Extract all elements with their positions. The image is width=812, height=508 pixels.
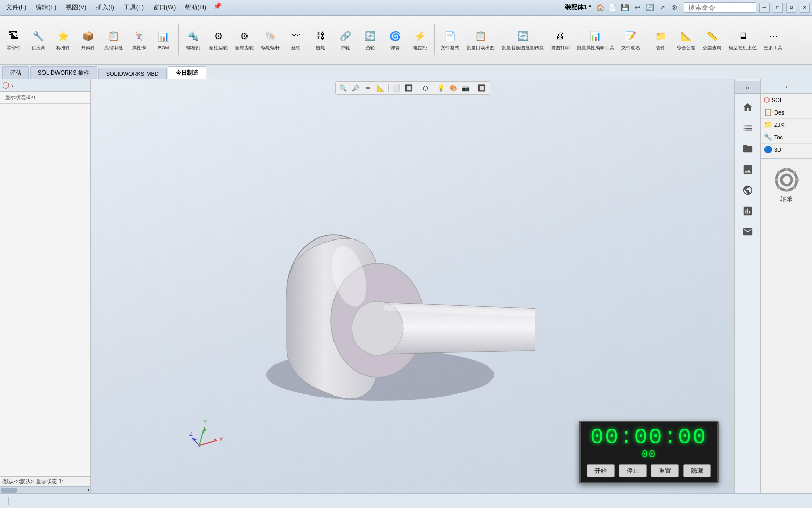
des-icon: 📋 bbox=[764, 108, 772, 116]
tab-mbd[interactable]: SOLIDWORKS MBD bbox=[98, 68, 167, 79]
tolerance-icon: 📐 bbox=[679, 29, 693, 44]
tb-batch-replace[interactable]: 🔄 批量替换图批量转换 bbox=[499, 27, 546, 53]
svg-point-3 bbox=[785, 189, 788, 192]
color-label: 模型随机上色 bbox=[729, 45, 757, 51]
tb-supplier[interactable]: 🔧 供应商 bbox=[27, 27, 50, 53]
far-right-item-zjk[interactable]: 📁 ZJK bbox=[761, 119, 812, 131]
right-panel-collapse[interactable]: ‹‹ bbox=[735, 81, 760, 94]
tb-batch-props[interactable]: 📊 批量属性编辑工具 bbox=[574, 27, 617, 53]
quick-options[interactable]: ⚙ bbox=[669, 2, 680, 13]
scroll-thumb[interactable] bbox=[1, 488, 17, 493]
tb-belt[interactable]: 🔗 带轮 bbox=[334, 27, 357, 53]
print-icon: 🖨 bbox=[553, 29, 568, 44]
vp-zoom-fit-icon[interactable]: 🔎 bbox=[350, 83, 361, 93]
tb-components[interactable]: 🏗 零部件 bbox=[2, 27, 25, 53]
timer-stop-button[interactable]: 停止 bbox=[619, 464, 647, 477]
vp-measure-icon[interactable]: 📐 bbox=[375, 83, 386, 93]
svg-point-8 bbox=[793, 171, 796, 174]
vp-display-icon[interactable]: ⬜ bbox=[391, 83, 402, 93]
close-button[interactable]: ✕ bbox=[800, 3, 810, 13]
vp-light-icon[interactable]: 💡 bbox=[436, 83, 447, 93]
expand-panel-button[interactable]: › bbox=[88, 487, 89, 493]
tb-spring[interactable]: 🌀 弹簧 bbox=[384, 27, 407, 53]
tb-more[interactable]: ⋯ 更多工具 bbox=[761, 27, 785, 53]
search-input[interactable] bbox=[684, 2, 756, 13]
tb-spur-gear[interactable]: ⚙ 圆柱齿轮 bbox=[207, 27, 230, 53]
tb-tolerance[interactable]: 📐 综合公差 bbox=[674, 27, 698, 53]
quick-save[interactable]: 💾 bbox=[619, 2, 631, 13]
rp-image-icon[interactable] bbox=[738, 160, 757, 179]
quick-new[interactable]: 📄 bbox=[607, 2, 618, 13]
status-bar bbox=[0, 493, 812, 508]
rp-list-icon[interactable] bbox=[738, 119, 757, 137]
tb-cam[interactable]: 🔄 凸轮 bbox=[359, 27, 382, 53]
tb-rename[interactable]: 📝 文件改名 bbox=[619, 27, 643, 53]
tab-manufacture[interactable]: 今日制造 bbox=[168, 66, 206, 79]
tb-leadscrew[interactable]: 〰 丝杠 bbox=[284, 27, 307, 53]
tb-bolt[interactable]: 🔩 螺栓剖 bbox=[182, 27, 205, 53]
menu-tools[interactable]: 工具(T) bbox=[120, 2, 148, 13]
vp-sketch-icon[interactable]: ✏ bbox=[363, 83, 374, 93]
menu-help[interactable]: 帮助(H) bbox=[181, 2, 210, 13]
timer-start-button[interactable]: 开始 bbox=[587, 464, 615, 477]
tb-purchase[interactable]: 📦 外购件 bbox=[77, 27, 99, 53]
vp-wireframe-icon[interactable]: 🔲 bbox=[403, 83, 415, 93]
vp-scene-icon[interactable]: 🎨 bbox=[448, 83, 459, 93]
panel-expand-arrow[interactable]: › bbox=[11, 82, 13, 89]
minimize-button[interactable]: ─ bbox=[759, 3, 770, 13]
viewport[interactable]: 🔍 🔎 ✏ 📐 ⬜ 🔲 ⬡ 💡 🎨 📷 🔲 bbox=[91, 79, 734, 493]
tb-propcard[interactable]: 🃏 属性卡 bbox=[127, 27, 150, 53]
vp-camera-icon[interactable]: 📷 bbox=[460, 83, 472, 93]
far-right-collapse[interactable]: ‹ bbox=[786, 83, 788, 90]
vp-zoom-icon[interactable]: 🔍 bbox=[338, 83, 349, 93]
quick-undo[interactable]: ↩ bbox=[632, 2, 643, 13]
bearing-section[interactable]: 轴承 bbox=[761, 165, 812, 206]
quick-rebuild[interactable]: 🔄 bbox=[644, 2, 656, 13]
tb-print[interactable]: 🖨 拼图打印 bbox=[548, 27, 572, 53]
tb-file-format[interactable]: 📄 文件格式 bbox=[438, 27, 462, 53]
timer-reset-button[interactable]: 重置 bbox=[651, 464, 679, 477]
tb-bevel-gear[interactable]: ⚙ 圆锥齿轮 bbox=[233, 27, 256, 53]
far-right-item-des[interactable]: 📋 Des bbox=[761, 106, 812, 119]
pin-icon[interactable]: 📌 bbox=[213, 2, 222, 13]
tb-workflow[interactable]: 📋 流程审批 bbox=[102, 27, 125, 53]
menu-file[interactable]: 文件(F) bbox=[2, 2, 31, 13]
restore-button[interactable]: ⧉ bbox=[786, 3, 796, 13]
axes-svg: X Y Z bbox=[189, 419, 225, 456]
rp-home-icon[interactable] bbox=[738, 98, 757, 117]
rp-mail-icon[interactable] bbox=[738, 222, 757, 241]
tb-standard[interactable]: ⭐ 标准件 bbox=[52, 27, 75, 53]
menu-insert[interactable]: 插入(I) bbox=[92, 2, 118, 13]
rp-chart-icon[interactable] bbox=[738, 202, 757, 220]
tb-chain[interactable]: ⛓ 链轮 bbox=[309, 27, 332, 53]
maximize-button[interactable]: □ bbox=[773, 3, 783, 13]
des-label: Des bbox=[774, 109, 785, 116]
vp-view-icon[interactable]: 🔲 bbox=[476, 83, 488, 93]
menu-edit[interactable]: 编辑(E) bbox=[32, 2, 61, 13]
quick-home[interactable]: 🏠 bbox=[594, 2, 606, 13]
menu-view[interactable]: 视图(V) bbox=[62, 2, 91, 13]
menu-window[interactable]: 窗口(W) bbox=[149, 2, 180, 13]
tb-electrical[interactable]: ⚡ 电控柜 bbox=[409, 27, 431, 53]
far-right-item-3d[interactable]: 🔵 3D bbox=[761, 144, 812, 156]
zjk-icon: 📁 bbox=[764, 121, 772, 129]
tb-tolerance-query[interactable]: 📏 公差查询 bbox=[700, 27, 724, 53]
horizontal-scrollbar[interactable]: › bbox=[0, 486, 90, 493]
tb-bom[interactable]: 📊 BOM bbox=[152, 28, 175, 52]
tb-worm[interactable]: 🐚 蜗轮蜗杆 bbox=[258, 27, 282, 53]
collapse-icon[interactable]: ‹‹ bbox=[746, 84, 750, 91]
tb-pipe[interactable]: 📁 管件 bbox=[649, 27, 672, 53]
tb-color[interactable]: 🖥 模型随机上色 bbox=[726, 27, 759, 53]
far-right-item-sol[interactable]: ⬡ SOL bbox=[761, 94, 812, 106]
vp-appearance-icon[interactable]: ⬡ bbox=[419, 83, 431, 93]
rp-folder-icon[interactable] bbox=[738, 139, 757, 158]
batch-draw-label: 批量目动出图 bbox=[467, 45, 495, 51]
timer-hide-button[interactable]: 隐藏 bbox=[683, 464, 711, 477]
tb-batch-draw[interactable]: 📋 批量目动出图 bbox=[464, 27, 497, 53]
rp-globe-icon[interactable] bbox=[738, 181, 757, 200]
quick-select[interactable]: ↗ bbox=[657, 2, 668, 13]
tab-plugins[interactable]: SOLIDWORKS 插件 bbox=[30, 66, 97, 79]
tab-evaluate[interactable]: 评估 bbox=[2, 66, 29, 79]
timer-display: 00:00:00 bbox=[590, 427, 707, 448]
far-right-item-toc[interactable]: 🔧 Toc bbox=[761, 131, 812, 144]
